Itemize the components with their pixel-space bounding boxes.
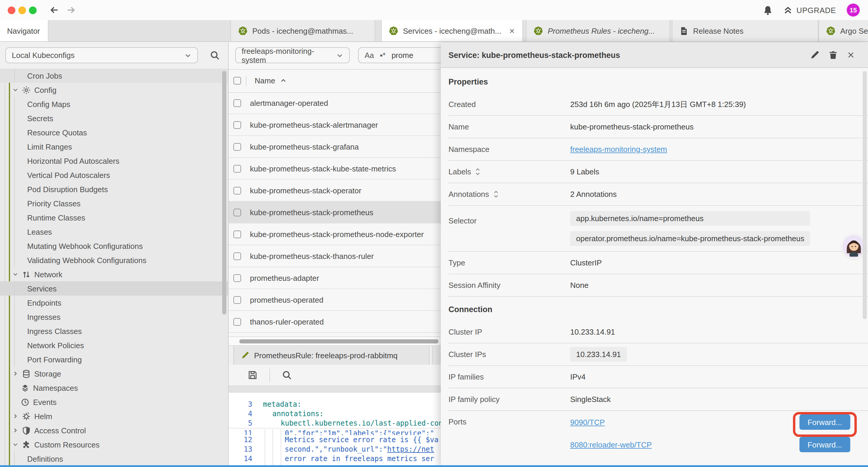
editor-line[interactable]: 4annotations: <box>229 409 441 418</box>
row-checkbox[interactable] <box>234 186 241 194</box>
tab-services[interactable]: Services - icecheng@math... <box>381 20 523 41</box>
sidebar-item[interactable]: Ingress Classes <box>0 324 228 338</box>
sidebar-item[interactable]: Network Policies <box>0 338 228 352</box>
labels-count[interactable]: 9 Labels <box>570 167 599 176</box>
tab-argo[interactable]: Argo Se <box>818 20 868 41</box>
sidebar-scrollbar[interactable] <box>222 71 226 315</box>
row-checkbox[interactable] <box>234 274 241 282</box>
row-checkbox[interactable] <box>234 208 241 216</box>
sidebar-item[interactable]: Ingresses <box>0 310 228 324</box>
upgrade-button[interactable]: UPGRADE <box>783 6 836 14</box>
tab-pods[interactable]: Pods - icecheng@mathmas... <box>230 20 375 41</box>
horizontal-scrollbar[interactable] <box>229 337 441 346</box>
avatar[interactable] <box>843 235 865 258</box>
tab-release-notes[interactable]: Release Notes <box>672 20 818 41</box>
sidebar-item[interactable]: Storage <box>0 367 228 381</box>
namespace-link[interactable]: freeleaps-monitoring-system <box>570 145 667 154</box>
port-link[interactable]: 9090/TCP <box>570 418 605 427</box>
chevron-down-icon[interactable] <box>12 442 18 447</box>
table-row[interactable]: kube-prometheus-stack-prometheus-node-ex… <box>229 224 441 245</box>
chevron-right-icon[interactable] <box>12 371 18 377</box>
notifications-count-badge[interactable]: 15 <box>847 4 860 17</box>
search-input[interactable] <box>392 51 433 60</box>
sidebar-item[interactable]: Horizontal Pod Autoscalers <box>0 154 228 168</box>
sidebar-item[interactable]: Config Maps <box>0 97 228 111</box>
sidebar-item[interactable]: Resource Quotas <box>0 125 228 140</box>
row-checkbox[interactable] <box>234 165 241 172</box>
delete-icon[interactable] <box>829 50 838 60</box>
dock-tab-prometheusrule[interactable]: PrometheusRule: freeleaps-prod-rabbitmq <box>234 346 430 365</box>
sidebar-item[interactable]: Secrets <box>0 111 228 125</box>
match-case-toggle[interactable]: Aa <box>365 51 374 60</box>
row-checkbox[interactable] <box>234 99 241 107</box>
table-row[interactable]: kube-prometheus-stack-alertmanager <box>229 114 441 136</box>
forward-button[interactable]: Forward... <box>800 437 850 452</box>
regex-toggle[interactable]: ▪* <box>380 51 385 60</box>
editor-line[interactable]: 110","for":"1m","labels":{"service":" <box>229 428 441 435</box>
chevron-down-icon[interactable] <box>12 87 18 93</box>
annotations-count[interactable]: 2 Annotations <box>570 190 617 199</box>
table-row[interactable]: kube-prometheus-stack-thanos-ruler <box>229 245 441 267</box>
table-row[interactable]: alertmanager-operated <box>229 92 441 114</box>
search-icon[interactable] <box>210 50 220 60</box>
sidebar-item[interactable]: Limit Ranges <box>0 140 228 154</box>
row-checkbox[interactable] <box>234 143 241 150</box>
yaml-editor[interactable]: 3metadata:4annotations:5kubectl.kubernet… <box>229 392 441 465</box>
name-column-header[interactable]: Name <box>255 76 275 85</box>
kubeconfig-select[interactable]: Local Kubeconfigs <box>5 47 198 63</box>
sidebar-item[interactable]: Events <box>0 395 228 409</box>
horizontal-scrollbar-thumb[interactable] <box>239 339 438 344</box>
sidebar-item[interactable]: Endpoints <box>0 296 228 310</box>
bell-icon[interactable] <box>763 5 773 15</box>
sidebar-item[interactable]: Services <box>0 282 228 296</box>
maximize-window-button[interactable] <box>29 6 37 14</box>
editor-line[interactable]: 5kubectl.kubernetes.io/last-applied-conf… <box>229 418 441 428</box>
editor-line[interactable]: 14error rate in freeleaps metrics ser <box>229 454 441 463</box>
table-row[interactable]: kube-prometheus-stack-grafana <box>229 136 441 158</box>
sort-updown-icon[interactable] <box>475 168 481 176</box>
forward-icon[interactable] <box>66 5 75 15</box>
table-row[interactable]: kube-prometheus-stack-kube-state-metrics <box>229 158 441 180</box>
close-drawer-icon[interactable] <box>847 51 855 59</box>
close-window-button[interactable] <box>8 6 16 14</box>
row-checkbox[interactable] <box>234 252 241 260</box>
sidebar-item[interactable]: Port Forwarding <box>0 352 228 367</box>
tab-navigator[interactable]: Navigator <box>0 20 49 41</box>
sidebar-item[interactable]: Runtime Classes <box>0 210 228 225</box>
sidebar-item[interactable]: Namespaces <box>0 381 228 395</box>
chevron-right-icon[interactable] <box>12 428 18 433</box>
edit-icon[interactable] <box>810 50 819 60</box>
sidebar-item[interactable]: Pod Disruption Budgets <box>0 182 228 196</box>
editor-search-icon[interactable] <box>282 370 292 380</box>
sort-ascending-icon[interactable] <box>280 78 286 84</box>
sidebar-item[interactable]: Priority Classes <box>0 196 228 210</box>
sidebar-item[interactable]: Helm <box>0 409 228 423</box>
tab-prometheus-rules[interactable]: Prometheus Rules - icecheng... <box>526 20 670 41</box>
table-row[interactable]: kube-prometheus-stack-operator <box>229 180 441 202</box>
port-link[interactable]: 8080:reloader-web/TCP <box>570 440 652 449</box>
save-icon[interactable] <box>248 370 258 380</box>
sidebar-item[interactable]: Network <box>0 267 228 282</box>
table-row[interactable]: kube-prometheus-stack-prometheus <box>229 202 441 224</box>
sort-updown-icon[interactable] <box>493 191 499 198</box>
sidebar-item[interactable]: Leases <box>0 225 228 239</box>
editor-line[interactable]: 3metadata: <box>229 400 441 409</box>
table-row[interactable]: thanos-ruler-operated <box>229 311 441 333</box>
chevron-down-icon[interactable] <box>12 271 18 277</box>
close-tab-icon[interactable] <box>509 28 515 34</box>
sidebar-item[interactable]: Custom Resources <box>0 437 228 451</box>
table-row[interactable]: prometheus-operated <box>229 289 441 311</box>
row-checkbox[interactable] <box>234 230 241 238</box>
sidebar-item[interactable]: Vertical Pod Autoscalers <box>0 168 228 182</box>
minimize-window-button[interactable] <box>18 6 26 14</box>
sidebar-item[interactable]: Mutating Webhook Configurations <box>0 239 228 253</box>
chevron-right-icon[interactable] <box>12 413 18 419</box>
editor-line[interactable]: 13second.","runbook_url":"https://net <box>229 444 441 454</box>
row-checkbox[interactable] <box>234 121 241 128</box>
sidebar-item[interactable]: Validating Webhook Configurations <box>0 253 228 267</box>
sidebar-item[interactable]: Definitions <box>0 451 228 466</box>
sidebar-item[interactable]: Config <box>0 83 228 97</box>
row-checkbox[interactable] <box>234 318 241 325</box>
list-search-box[interactable]: Aa ▪* <box>358 47 441 63</box>
select-all-checkbox[interactable] <box>234 77 241 85</box>
